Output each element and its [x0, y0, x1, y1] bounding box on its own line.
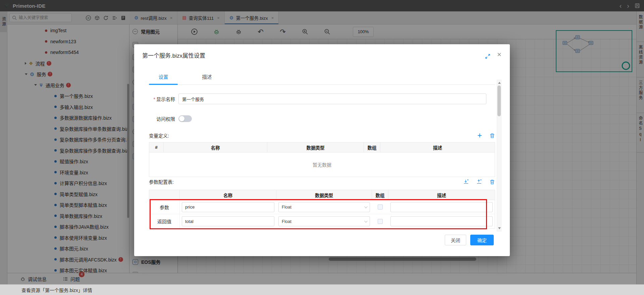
param-type-cell: Float [276, 214, 372, 228]
ok-button[interactable]: 确定 [470, 235, 494, 245]
import-params-icon[interactable] [463, 179, 469, 185]
modal-tabs: 设置 描述 [149, 73, 495, 85]
display-name-input[interactable] [178, 94, 486, 104]
param-kind-label: 返回值 [157, 218, 171, 225]
column-header: 数据类型 [276, 190, 372, 200]
param-kind-cell: 返回值 [149, 214, 180, 228]
variables-table: #名称数据类型数组描述 暂无数据 [149, 142, 495, 177]
variables-label: 变量定义: [149, 132, 169, 139]
param-name-cell [180, 214, 276, 228]
param-desc-input[interactable] [390, 202, 493, 212]
modal-tab-label: 描述 [202, 74, 212, 80]
status-text: 查看资源「第一个服务.bizx」详情 [21, 287, 92, 293]
variables-section-header: 变量定义: + [149, 131, 495, 139]
status-bar: 查看资源「第一个服务.bizx」详情 [0, 284, 644, 295]
params-section-header: 参数配置表: [149, 178, 495, 185]
empty-state: 暂无数据 [149, 153, 495, 177]
app-window: Primeton-IDE ‹ › 资源 AI [0, 0, 644, 295]
column-header: 描述 [380, 142, 495, 152]
modal-tab-label: 设置 [159, 74, 168, 80]
delete-variable-icon[interactable] [489, 133, 495, 138]
params-table-header: 名称数据类型数组描述 [149, 190, 495, 200]
params-label: 参数配置表: [149, 178, 174, 185]
properties-modal: 第一个服务.bizx属性设置 × 设置 描述 *显示名称 访问权限 [134, 44, 510, 256]
modal-footer: 关闭 确定 [445, 235, 494, 245]
required-asterisk: * [154, 97, 155, 102]
array-checkbox[interactable] [378, 204, 383, 210]
column-header: 名称 [180, 190, 276, 200]
access-label: 访问权限 [149, 115, 175, 122]
add-variable-icon[interactable]: + [477, 131, 482, 139]
scrollbar-thumb[interactable] [497, 85, 501, 116]
param-kind-cell: 参数 [149, 200, 180, 214]
array-checkbox[interactable] [378, 219, 383, 224]
param-type-select[interactable]: Float [278, 216, 370, 226]
chevron-down-icon [364, 219, 368, 223]
display-name-label: *显示名称 [149, 96, 175, 102]
scroll-up-icon[interactable] [498, 82, 501, 84]
export-params-icon[interactable] [476, 179, 482, 185]
display-name-row: *显示名称 [149, 94, 486, 104]
column-header: 数组 [372, 190, 388, 200]
close-icon[interactable]: × [497, 51, 501, 58]
param-desc-cell [388, 214, 495, 228]
params-table: 名称数据类型数组描述 参数 Float 返回值 [149, 190, 495, 229]
param-name-input[interactable] [182, 216, 274, 226]
param-row: 返回值 Float [149, 214, 495, 228]
modal-tab[interactable]: 设置 [149, 73, 178, 84]
modal-scrollbar[interactable] [497, 80, 501, 231]
param-array-cell [372, 214, 388, 228]
param-kind-label: 参数 [160, 204, 169, 211]
param-type-value: Float [282, 204, 291, 210]
column-header: 名称 [164, 142, 267, 152]
column-header: 描述 [388, 190, 495, 200]
modal-title: 第一个服务.bizx属性设置 [142, 51, 205, 59]
param-type-value: Float [282, 219, 291, 224]
column-header: 数组 [364, 142, 380, 152]
param-name-input[interactable] [182, 202, 274, 212]
close-button[interactable]: 关闭 [445, 235, 466, 245]
column-header: 数据类型 [267, 142, 364, 152]
param-array-cell [372, 200, 388, 214]
param-type-cell: Float [276, 200, 372, 214]
access-row: 访问权限 [149, 115, 486, 123]
column-header: # [149, 142, 164, 152]
column-header [149, 190, 180, 200]
delete-param-icon[interactable] [489, 179, 495, 185]
fullscreen-icon[interactable] [485, 54, 490, 60]
variables-table-header: #名称数据类型数组描述 [149, 142, 495, 153]
param-type-select[interactable]: Float [278, 202, 370, 212]
params-table-body: 参数 Float 返回值 Float [149, 200, 495, 228]
access-toggle[interactable] [178, 115, 192, 122]
modal-tab[interactable]: 描述 [193, 73, 221, 84]
param-desc-cell [388, 200, 495, 214]
param-name-cell [180, 200, 276, 214]
param-desc-input[interactable] [390, 216, 493, 226]
scroll-down-icon[interactable] [498, 227, 501, 229]
param-row: 参数 Float [149, 200, 495, 214]
chevron-down-icon [364, 205, 368, 208]
